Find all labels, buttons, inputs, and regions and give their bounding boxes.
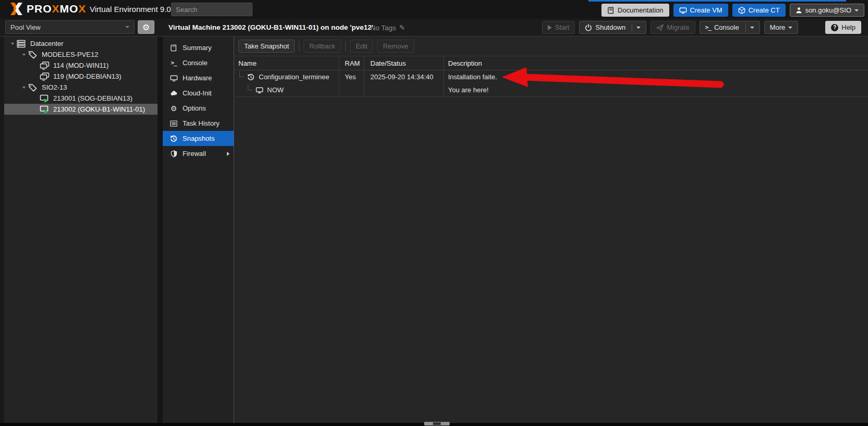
tree-item-label: SIO2-13 (42, 83, 67, 91)
server-icon (17, 40, 27, 48)
product-version-label: Virtual Environment 9.0.3 (90, 5, 177, 14)
tree-item-pool-modeles-pve12[interactable]: MODELES-PVE12 (4, 49, 158, 60)
tree-item-vm-114[interactable]: 114 (MOD-WIN11) (4, 60, 158, 71)
column-header-name[interactable]: Name (235, 56, 339, 70)
tab-label: Snapshots (183, 135, 214, 142)
view-selector[interactable]: Pool View (5, 20, 135, 34)
toolbar-row: Pool View ⚙ Virtual Machine 213002 (GOKU… (0, 19, 868, 36)
tree-item-datacenter[interactable]: Datacenter (4, 38, 158, 49)
proxmox-logo: PROXMOX (9, 2, 86, 16)
tab-label: Hardware (183, 74, 212, 82)
user-menu-button[interactable]: son.goku@SIO (790, 4, 864, 17)
migrate-label: Migrate (667, 23, 689, 31)
cube-icon (738, 7, 745, 14)
power-icon (585, 24, 592, 31)
tab-console[interactable]: >_ Console (163, 55, 234, 70)
create-vm-button[interactable]: Create VM (673, 4, 728, 17)
tree-item-label: 114 (MOD-WIN11) (53, 62, 108, 69)
tab-snapshots[interactable]: Snapshots (163, 131, 234, 146)
tree-elbow (239, 71, 244, 77)
tab-cloud-init[interactable]: Cloud-Init (163, 86, 234, 101)
snapshot-name: NOW (267, 86, 284, 94)
snapshot-name: Configuration_terminee (259, 73, 329, 81)
snapshot-date (364, 83, 444, 96)
expander-icon[interactable] (21, 84, 27, 90)
table-row[interactable]: Configuration_terminee Yes 2025-09-20 14… (235, 70, 868, 83)
gear-icon: ⚙ (170, 104, 178, 113)
tree-item-vm-213002[interactable]: 213002 (GOKU-B1-WIN11-01) (4, 104, 158, 115)
resource-tree: Datacenter MODELES-PVE12 114 (MOD-WIN11)… (4, 36, 158, 423)
template-icon (40, 72, 50, 81)
chevron-down-icon[interactable] (636, 27, 641, 29)
column-header-ram[interactable]: RAM (339, 56, 364, 70)
tab-options[interactable]: ⚙ Options (163, 101, 234, 116)
rollback-button[interactable]: Rollback (304, 40, 341, 53)
tree-elbow (248, 84, 252, 90)
table-row[interactable]: NOW You are here! (235, 83, 868, 96)
vm-running-icon (40, 105, 50, 114)
tree-item-label: 119 (MOD-DEBIAN13) (53, 72, 122, 80)
tags-editor[interactable]: No Tags ✎ (370, 23, 405, 32)
chevron-down-icon (125, 26, 129, 28)
tree-item-label: 213002 (GOKU-B1-WIN11-01) (53, 105, 145, 113)
start-label: Start (555, 23, 569, 31)
shield-icon (170, 150, 178, 157)
top-bar-actions: Documentation Create VM Create CT son.go… (601, 4, 864, 17)
pencil-icon: ✎ (399, 23, 405, 32)
tab-hardware[interactable]: Hardware (163, 70, 234, 86)
toolbar-separator (345, 41, 346, 52)
taskbar-peek-handle[interactable] (424, 422, 450, 425)
play-icon (548, 25, 552, 30)
documentation-button[interactable]: Documentation (601, 4, 669, 17)
snapshot-date: 2025-09-20 14:34:40 (364, 70, 444, 83)
tab-summary[interactable]: Summary (163, 40, 234, 55)
tab-firewall[interactable]: Firewall (163, 146, 234, 161)
console-button[interactable]: >_ Console (700, 21, 760, 34)
column-header-description[interactable]: Description (444, 56, 868, 70)
help-button[interactable]: ? Help (825, 21, 861, 34)
documentation-label: Documentation (618, 6, 663, 14)
tree-item-vm-213001[interactable]: 213001 (SOG-DEBIAN13) (4, 93, 158, 104)
paper-plane-icon (656, 24, 664, 31)
chevron-down-icon (854, 9, 859, 11)
tree-item-pool-sio2-13[interactable]: SIO2-13 (4, 82, 158, 93)
user-icon (795, 7, 802, 14)
monitor-icon (170, 75, 178, 82)
search-input[interactable] (171, 3, 252, 16)
proxmox-logo-icon (9, 2, 23, 16)
edit-label: Edit (356, 42, 367, 50)
terminal-icon: >_ (170, 59, 178, 66)
shutdown-button[interactable]: Shutdown (579, 21, 646, 34)
more-button[interactable]: More (764, 21, 799, 34)
tab-label: Task History (183, 119, 220, 127)
remove-button[interactable]: Remove (377, 40, 414, 53)
take-snapshot-button[interactable]: Take Snapshot (238, 40, 295, 53)
chevron-down-icon[interactable] (750, 27, 754, 29)
create-ct-label: Create CT (749, 6, 780, 14)
help-label: Help (841, 23, 855, 31)
edit-button[interactable]: Edit (350, 40, 373, 53)
snapshot-ram: Yes (339, 70, 364, 83)
create-ct-button[interactable]: Create CT (732, 4, 786, 17)
column-header-date-status[interactable]: Date/Status (364, 56, 444, 70)
tree-item-label: MODELES-PVE12 (42, 51, 98, 58)
tree-settings-button[interactable]: ⚙ (138, 20, 154, 34)
tree-item-vm-119[interactable]: 119 (MOD-DEBIAN13) (4, 71, 158, 82)
tab-task-history[interactable]: Task History (163, 116, 234, 131)
expander-icon[interactable] (21, 52, 27, 57)
book-icon (170, 44, 178, 52)
start-button[interactable]: Start (542, 21, 575, 34)
list-icon (170, 120, 178, 127)
cloud-icon (170, 90, 178, 97)
vm-action-buttons: Start Shutdown Migrate >_ Console More (542, 21, 861, 34)
snapshot-ram (339, 83, 364, 96)
logo-wordmark: PROXMOX (27, 3, 86, 15)
panel-splitter[interactable] (158, 36, 163, 423)
gear-icon: ⚙ (142, 22, 150, 32)
migrate-button[interactable]: Migrate (650, 21, 695, 34)
expander-icon[interactable] (9, 41, 15, 46)
vm-menu: Summary >_ Console Hardware Cloud-Init ⚙… (163, 36, 234, 423)
tag-icon (28, 83, 38, 92)
history-icon (170, 135, 178, 142)
top-bar: PROXMOX Virtual Environment 9.0.3 Docume… (0, 0, 868, 19)
